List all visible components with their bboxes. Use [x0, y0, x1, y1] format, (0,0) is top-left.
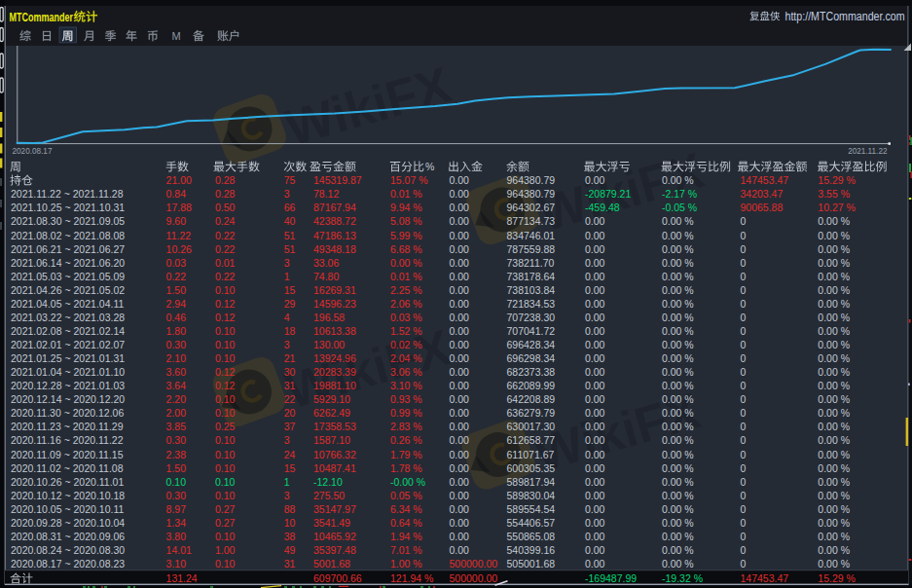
svg-text:0.50: 0.50 — [215, 202, 236, 213]
svg-text:0.00 %: 0.00 % — [818, 339, 850, 350]
svg-text:275.50: 275.50 — [313, 490, 345, 501]
svg-text:682373.38: 682373.38 — [507, 366, 556, 378]
svg-text:2021.02.01 ~ 2021.02.07: 2021.02.01 ~ 2021.02.07 — [11, 339, 125, 350]
svg-text:0.10: 0.10 — [215, 531, 236, 542]
svg-text:738178.64: 738178.64 — [507, 271, 556, 282]
svg-text:0.00 %: 0.00 % — [818, 366, 850, 378]
svg-text:87167.94: 87167.94 — [313, 202, 356, 213]
svg-text:10465.92: 10465.92 — [313, 531, 356, 542]
svg-text:0.10: 0.10 — [215, 449, 236, 460]
svg-text:2021.06.14 ~ 2021.06.20: 2021.06.14 ~ 2021.06.20 — [11, 257, 125, 269]
svg-text:0: 0 — [741, 558, 747, 570]
svg-text:0.01: 0.01 — [215, 257, 236, 269]
svg-text:0.00: 0.00 — [585, 393, 605, 405]
svg-text:2020.08.17 ~ 2020.08.23: 2020.08.17 ~ 2020.08.23 — [11, 558, 125, 570]
svg-text:0.00 %: 0.00 % — [662, 257, 694, 269]
svg-text:-12.10: -12.10 — [313, 476, 343, 488]
svg-text:0.00 %: 0.00 % — [390, 257, 422, 269]
svg-text:0.00 %: 0.00 % — [818, 257, 850, 269]
svg-text:0.05 %: 0.05 % — [390, 490, 422, 501]
svg-text:0: 0 — [741, 531, 747, 542]
svg-text:0.30: 0.30 — [166, 434, 187, 446]
svg-text:31: 31 — [284, 558, 296, 570]
svg-text:2.04 %: 2.04 % — [390, 352, 422, 364]
svg-text:0.10: 0.10 — [215, 284, 236, 296]
svg-text:http://MTCommander.com: http://MTCommander.com — [785, 10, 905, 23]
svg-text:31: 31 — [284, 380, 296, 391]
svg-text:2.10: 2.10 — [166, 352, 187, 364]
svg-text:0.00: 0.00 — [450, 476, 470, 488]
svg-text:0.00 %: 0.00 % — [818, 352, 850, 364]
svg-text:-0.05 %: -0.05 % — [662, 202, 697, 213]
svg-text:589817.94: 589817.94 — [507, 476, 556, 488]
svg-text:0.00 %: 0.00 % — [818, 215, 850, 227]
svg-text:18: 18 — [284, 325, 296, 337]
svg-text:0: 0 — [741, 544, 747, 556]
svg-text:147453.47: 147453.47 — [741, 174, 789, 186]
svg-text:3.55 %: 3.55 % — [818, 188, 850, 200]
svg-text:550865.08: 550865.08 — [507, 531, 556, 542]
svg-text:707041.72: 707041.72 — [507, 325, 556, 337]
svg-text:-20879.21: -20879.21 — [585, 188, 631, 200]
svg-text:0.00: 0.00 — [585, 325, 605, 337]
svg-text:0.00 %: 0.00 % — [662, 380, 694, 391]
svg-text:0.00: 0.00 — [585, 503, 605, 515]
svg-text:20283.39: 20283.39 — [313, 366, 356, 378]
svg-text:0.00: 0.00 — [450, 531, 470, 542]
svg-text:6.68 %: 6.68 % — [390, 243, 422, 255]
svg-text:609700.66: 609700.66 — [313, 572, 362, 584]
svg-text:0.00: 0.00 — [585, 174, 605, 186]
svg-text:0.00 %: 0.00 % — [662, 339, 694, 350]
svg-text:0.00 %: 0.00 % — [818, 325, 850, 337]
svg-text:2.20: 2.20 — [166, 393, 187, 405]
svg-text:0.00: 0.00 — [450, 544, 470, 556]
svg-text:0.22: 0.22 — [215, 243, 236, 255]
svg-text:787559.88: 787559.88 — [507, 243, 556, 255]
svg-text:2021.01.04 ~ 2021.01.10: 2021.01.04 ~ 2021.01.10 — [11, 366, 125, 378]
svg-text:0.00 %: 0.00 % — [662, 531, 694, 542]
svg-text:2021.03.22 ~ 2021.03.28: 2021.03.22 ~ 2021.03.28 — [11, 312, 125, 323]
svg-text:35397.48: 35397.48 — [313, 544, 356, 556]
svg-text:17358.53: 17358.53 — [313, 421, 356, 432]
svg-text:10766.32: 10766.32 — [313, 449, 356, 460]
svg-text:0.25: 0.25 — [215, 421, 236, 432]
svg-text:964380.79: 964380.79 — [507, 188, 556, 200]
svg-text:0.10: 0.10 — [215, 325, 236, 337]
svg-text:MTCommander: MTCommander — [10, 11, 74, 24]
svg-text:0: 0 — [741, 215, 747, 227]
svg-text:0: 0 — [741, 434, 747, 446]
svg-text:0.12: 0.12 — [215, 380, 236, 391]
svg-text:0: 0 — [741, 476, 747, 488]
svg-text:0.00 %: 0.00 % — [818, 476, 850, 488]
svg-text:0.00: 0.00 — [450, 352, 470, 364]
svg-text:0.00: 0.00 — [450, 380, 470, 391]
svg-text:5.99 %: 5.99 % — [390, 230, 422, 241]
svg-text:0.00 %: 0.00 % — [662, 544, 694, 556]
svg-text:0.28: 0.28 — [215, 174, 236, 186]
svg-text:0.00: 0.00 — [450, 243, 470, 255]
svg-text:0.00 %: 0.00 % — [662, 517, 694, 529]
svg-text:0.00: 0.00 — [585, 462, 605, 474]
svg-text:500000.00: 500000.00 — [450, 572, 498, 584]
svg-text:0.00: 0.00 — [585, 531, 605, 542]
svg-text:0.84: 0.84 — [166, 188, 187, 200]
svg-text:0.00 %: 0.00 % — [662, 393, 694, 405]
svg-text:0: 0 — [741, 490, 747, 501]
svg-text:0.00: 0.00 — [450, 215, 470, 227]
svg-text:0.02 %: 0.02 % — [390, 339, 422, 350]
svg-text:78.12: 78.12 — [313, 188, 339, 200]
svg-text:9.60: 9.60 — [166, 215, 187, 227]
svg-text:0.00: 0.00 — [585, 407, 605, 419]
svg-text:0.27: 0.27 — [215, 503, 236, 515]
svg-text:0.00: 0.00 — [585, 271, 605, 282]
svg-text:0.00: 0.00 — [450, 312, 470, 323]
svg-text:90065.88: 90065.88 — [741, 202, 784, 213]
svg-text:589554.54: 589554.54 — [507, 503, 556, 515]
svg-text:0: 0 — [741, 393, 747, 405]
svg-text:0: 0 — [741, 339, 747, 350]
svg-text:0.00: 0.00 — [585, 449, 605, 460]
svg-text:2.83 %: 2.83 % — [390, 421, 422, 432]
svg-text:0.00: 0.00 — [450, 366, 470, 378]
svg-text:0.00 %: 0.00 % — [662, 215, 694, 227]
svg-text:0.00: 0.00 — [585, 421, 605, 432]
